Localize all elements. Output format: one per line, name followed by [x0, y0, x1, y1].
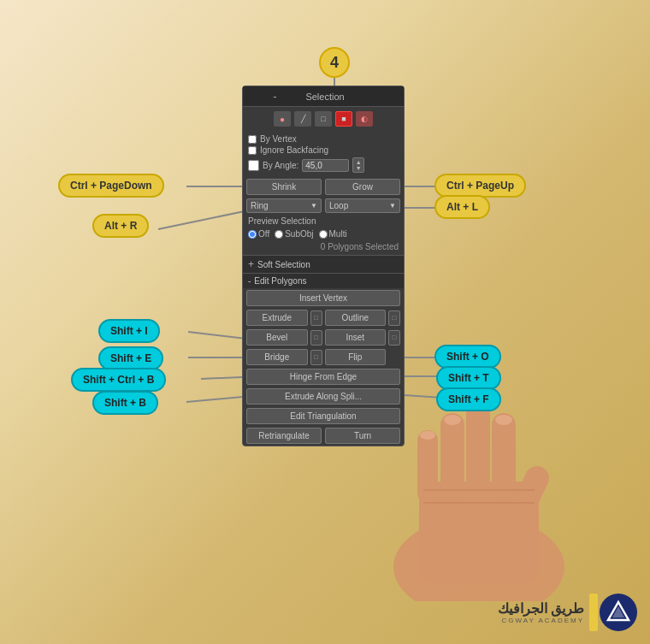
- svg-rect-16: [440, 413, 464, 499]
- ignore-backfacing-label: Ignore Backfacing: [260, 145, 328, 155]
- svg-point-24: [420, 431, 435, 440]
- shift-t-badge: Shift + T: [436, 366, 501, 390]
- logo-area: طريق الجرافيك CGWAY ACADEMY: [498, 594, 637, 631]
- radio-off[interactable]: Off: [248, 229, 269, 239]
- edit-polygons-header[interactable]: - Edit Polygons: [243, 273, 404, 288]
- by-vertex-row: By Vertex: [248, 133, 399, 145]
- grow-button[interactable]: Grow: [325, 179, 400, 195]
- by-vertex-checkbox[interactable]: [248, 135, 257, 144]
- poly-count: 0 Polygons Selected: [243, 240, 404, 255]
- svg-point-21: [495, 415, 512, 425]
- edit-polygons-minus: -: [248, 276, 251, 286]
- svg-rect-14: [492, 413, 516, 499]
- by-vertex-label: By Vertex: [260, 134, 297, 144]
- ctrl-pageup-badge: Ctrl + PageUp: [434, 174, 526, 198]
- by-angle-checkbox[interactable]: [248, 160, 259, 171]
- extrude-outline-row: Extrude □ Outline □: [243, 308, 404, 328]
- shift-e-badge: Shift + E: [98, 346, 163, 370]
- shift-f-badge: Shift + F: [436, 387, 501, 411]
- edit-polygons-label: Edit Polygons: [254, 276, 306, 286]
- panel-title: Selection: [300, 92, 351, 102]
- border-icon[interactable]: □: [315, 111, 332, 127]
- by-angle-row: By Angle: ▲ ▼: [248, 156, 399, 174]
- panel-collapse[interactable]: -: [246, 90, 300, 103]
- insert-vertex-row: Insert Vertex: [243, 288, 404, 308]
- poly-icon[interactable]: ■: [335, 111, 352, 127]
- preview-radio-row: Off SubObj Multi: [243, 227, 404, 240]
- svg-rect-17: [417, 430, 438, 503]
- extrude-settings[interactable]: □: [310, 310, 322, 326]
- vertex-icon[interactable]: ●: [274, 111, 291, 127]
- edge-icon[interactable]: ╱: [294, 111, 311, 127]
- logo-english: CGWAY ACADEMY: [498, 617, 584, 624]
- checkbox-section: By Vertex Ignore Backfacing By Angle: ▲ …: [243, 131, 404, 177]
- outline-settings[interactable]: □: [388, 310, 400, 326]
- bevel-settings[interactable]: □: [310, 330, 322, 346]
- badge-number: 4: [330, 54, 339, 72]
- ignore-backfacing-row: Ignore Backfacing: [248, 145, 399, 156]
- ring-loop-row: Ring ▼ Loop ▼: [243, 197, 404, 215]
- soft-selection-plus: +: [248, 258, 254, 270]
- number-badge: 4: [319, 47, 350, 78]
- icon-row: ● ╱ □ ■ ◐: [243, 107, 404, 131]
- ignore-backfacing-checkbox[interactable]: [248, 146, 257, 155]
- svg-point-23: [444, 415, 461, 425]
- alt-r-badge: Alt + R: [92, 214, 149, 238]
- alt-l-badge: Alt + L: [434, 195, 490, 219]
- shrink-grow-row: Shrink Grow: [243, 177, 404, 197]
- logo-arabic: طريق الجرافيك: [498, 600, 584, 617]
- bridge-settings[interactable]: □: [310, 350, 322, 365]
- loop-select[interactable]: Loop ▼: [325, 198, 400, 213]
- bridge-button[interactable]: Bridge: [246, 349, 308, 365]
- soft-selection-header[interactable]: + Soft Selection: [243, 255, 404, 273]
- panel-header: - Selection: [243, 86, 404, 107]
- retriangulate-button[interactable]: Retriangulate: [246, 428, 322, 444]
- shift-ctrl-b-badge: Shift + Ctrl + B: [71, 368, 166, 392]
- ctrl-pagedown-badge: Ctrl + PageDown: [58, 174, 164, 198]
- bevel-button[interactable]: Bevel: [246, 329, 308, 346]
- element-icon[interactable]: ◐: [356, 111, 373, 127]
- shrink-button[interactable]: Shrink: [246, 179, 322, 195]
- shift-o-badge: Shift + O: [434, 345, 501, 369]
- logo-stripe: [589, 594, 598, 631]
- radio-multi[interactable]: Multi: [319, 229, 347, 239]
- radio-subobj[interactable]: SubObj: [275, 229, 313, 239]
- outline-button[interactable]: Outline: [325, 310, 387, 326]
- insert-vertex-button[interactable]: Insert Vertex: [246, 290, 400, 306]
- extrude-button[interactable]: Extrude: [246, 310, 308, 326]
- preview-label: Preview Selection: [243, 215, 404, 227]
- inset-settings[interactable]: □: [388, 330, 400, 346]
- inset-button[interactable]: Inset: [325, 329, 387, 346]
- shift-i-badge: Shift + I: [98, 319, 160, 343]
- by-angle-label: By Angle:: [263, 161, 298, 170]
- logo-icon: [600, 594, 637, 631]
- shift-b-badge: Shift + B: [92, 391, 158, 415]
- angle-input[interactable]: [302, 159, 349, 172]
- soft-selection-label: Soft Selection: [257, 260, 310, 269]
- ring-select[interactable]: Ring ▼: [246, 198, 322, 213]
- angle-spinner[interactable]: ▲ ▼: [352, 157, 364, 173]
